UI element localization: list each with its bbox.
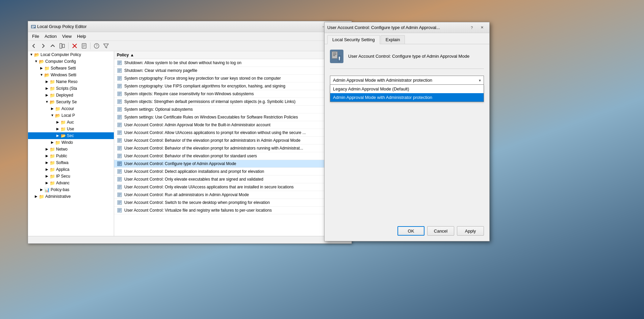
tree-panel: ▼ Local Computer Policy ▼ Computer Confi… bbox=[28, 51, 114, 243]
tree-item-userrights[interactable]: ▶ Use bbox=[28, 126, 114, 132]
tab-local-security-setting[interactable]: Local Security Setting bbox=[327, 35, 380, 44]
tree-item-account[interactable]: ▶ Accour bbox=[28, 105, 114, 112]
policy-row-12[interactable]: User Account Control: Behavior of the el… bbox=[114, 152, 352, 160]
up-button[interactable] bbox=[48, 42, 57, 50]
policy-icon-0 bbox=[117, 60, 122, 65]
policy-row-4[interactable]: System objects: Require case insensitivi… bbox=[114, 90, 352, 98]
dropdown-option-0[interactable]: Legacy Admin Approval Mode (Default) bbox=[330, 85, 484, 93]
tree-item-winfw[interactable]: ▶ Windo bbox=[28, 139, 114, 146]
tree-icon-winfw bbox=[55, 140, 60, 145]
policy-row-15[interactable]: User Account Control: Only elevate execu… bbox=[114, 176, 352, 183]
tree-expand-local-policies[interactable]: ▼ bbox=[50, 113, 55, 118]
tree-label-softwarerestrict: Softwa bbox=[56, 160, 69, 165]
tree-expand-ipsec[interactable]: ▶ bbox=[44, 174, 50, 179]
uac-help-button[interactable]: ? bbox=[467, 24, 476, 31]
policy-row-6[interactable]: System settings: Optional subsystems bbox=[114, 106, 352, 113]
tree-item-local-policies[interactable]: ▼ Local P bbox=[28, 112, 114, 119]
tree-item-root[interactable]: ▼ Local Computer Policy bbox=[28, 51, 114, 58]
tree-expand-deployed[interactable]: ▶ bbox=[44, 92, 50, 98]
tree-item-appcontrol[interactable]: ▶ Applica bbox=[28, 166, 114, 173]
tree-expand-security-options[interactable]: ▶ bbox=[55, 133, 60, 138]
policy-row-1[interactable]: Shutdown: Clear virtual memory pagefile bbox=[114, 67, 352, 75]
tree-item-deployed[interactable]: ▶ Deployed bbox=[28, 92, 114, 99]
tree-expand-userrights[interactable]: ▶ bbox=[55, 126, 60, 132]
tree-expand-account[interactable]: ▶ bbox=[50, 106, 55, 111]
tab-explain[interactable]: Explain bbox=[381, 35, 405, 44]
tree-item-policyqos[interactable]: ▶ 📊 Policy-bas bbox=[28, 186, 114, 193]
tree-item-admintemplates[interactable]: ▶ Administrative bbox=[28, 193, 114, 200]
delete-button[interactable] bbox=[70, 42, 79, 50]
dropdown-arrow-icon: ▼ bbox=[478, 78, 482, 82]
policy-row-2[interactable]: System cryptography: Force strong key pr… bbox=[114, 75, 352, 82]
tree-icon-namereso bbox=[50, 79, 55, 84]
menu-action[interactable]: Action bbox=[42, 33, 59, 40]
policy-row-14[interactable]: User Account Control: Detect application… bbox=[114, 168, 352, 176]
tree-expand-winfw[interactable]: ▶ bbox=[50, 140, 55, 145]
tree-item-software[interactable]: ▶ Software Setti bbox=[28, 65, 114, 72]
policy-row-13[interactable]: User Account Control: Configure type of … bbox=[114, 160, 352, 168]
tree-expand-pubkey[interactable]: ▶ bbox=[44, 153, 50, 159]
tree-expand-appcontrol[interactable]: ▶ bbox=[44, 167, 50, 172]
policy-text-0: Shutdown: Allow system to be shut down w… bbox=[124, 60, 241, 65]
tree-expand-advaudit[interactable]: ▶ bbox=[44, 180, 50, 186]
tree-item-network[interactable]: ▶ Netwo bbox=[28, 146, 114, 153]
properties-button[interactable] bbox=[80, 42, 88, 50]
tree-item-scripts[interactable]: ▶ Scripts (Sta bbox=[28, 85, 114, 92]
menu-view[interactable]: View bbox=[59, 33, 74, 40]
tree-expand-softwarerestrict[interactable]: ▶ bbox=[44, 160, 50, 165]
tree-item-pubkey[interactable]: ▶ Public bbox=[28, 153, 114, 159]
tree-expand-network[interactable]: ▶ bbox=[44, 147, 50, 152]
forward-button[interactable] bbox=[39, 42, 48, 50]
policy-row-7[interactable]: System settings: Use Certificate Rules o… bbox=[114, 113, 352, 121]
policy-row-10[interactable]: User Account Control: Behavior of the el… bbox=[114, 137, 352, 144]
dropdown-trigger[interactable]: Admin Approval Mode with Administrator p… bbox=[330, 76, 484, 85]
apply-button[interactable]: Apply bbox=[457, 226, 484, 236]
tree-item-security[interactable]: ▼ Security Se bbox=[28, 99, 114, 105]
tree-expand-admintemplates[interactable]: ▶ bbox=[33, 194, 39, 199]
help-button[interactable]: ? bbox=[92, 42, 101, 50]
tree-item-advaudit[interactable]: ▶ Advanc bbox=[28, 180, 114, 186]
tree-expand-scripts[interactable]: ▶ bbox=[44, 86, 50, 91]
toolbar: ? bbox=[28, 41, 352, 51]
tree-icon-appcontrol bbox=[50, 167, 55, 172]
tree-expand-computer[interactable]: ▼ bbox=[33, 59, 39, 64]
menu-help[interactable]: Help bbox=[74, 33, 89, 40]
tree-expand-namereso[interactable]: ▶ bbox=[44, 79, 50, 84]
policy-row-17[interactable]: User Account Control: Run all administra… bbox=[114, 191, 352, 199]
dropdown-selected-text: Admin Approval Mode with Administrator p… bbox=[333, 78, 432, 83]
policy-row-11[interactable]: User Account Control: Behavior of the el… bbox=[114, 144, 352, 152]
tree-expand-policyqos[interactable]: ▶ bbox=[39, 187, 44, 192]
lgpe-titlebar: Local Group Policy Editor ─ □ ✕ bbox=[28, 21, 352, 32]
ok-button[interactable]: OK bbox=[397, 226, 424, 236]
policy-row-3[interactable]: System cryptography: Use FIPS compliant … bbox=[114, 82, 352, 90]
tree-item-computer-config[interactable]: ▼ Computer Config bbox=[28, 58, 114, 65]
show-hide-button[interactable] bbox=[58, 42, 67, 50]
tree-item-audit[interactable]: ▶ Auc bbox=[28, 119, 114, 126]
tree-expand-windows[interactable]: ▼ bbox=[39, 72, 44, 78]
filter-button[interactable] bbox=[102, 42, 110, 50]
tree-icon-ipsec bbox=[50, 174, 55, 179]
policy-row-8[interactable]: User Account Control: Admin Approval Mod… bbox=[114, 121, 352, 129]
menu-file[interactable]: File bbox=[29, 33, 42, 40]
tree-expand-software[interactable]: ▶ bbox=[39, 65, 44, 71]
uac-close-button[interactable]: ✕ bbox=[477, 24, 487, 31]
tree-expand-root[interactable]: ▼ bbox=[29, 52, 34, 57]
tree-item-windows[interactable]: ▼ Windows Setti bbox=[28, 72, 114, 78]
policy-icon-1 bbox=[117, 68, 122, 73]
toolbar-separator-2 bbox=[90, 43, 91, 49]
dropdown-option-1[interactable]: Admin Approval Mode with Administrator p… bbox=[330, 93, 484, 102]
policy-row-9[interactable]: User Account Control: Allow UIAccess app… bbox=[114, 129, 352, 137]
policy-row-5[interactable]: System objects: Strengthen default permi… bbox=[114, 98, 352, 106]
policy-row-18[interactable]: User Account Control: Switch to the secu… bbox=[114, 199, 352, 207]
tree-expand-audit[interactable]: ▶ bbox=[55, 119, 60, 125]
cancel-button[interactable]: Cancel bbox=[427, 226, 454, 236]
back-button[interactable] bbox=[29, 42, 38, 50]
policy-row-0[interactable]: Shutdown: Allow system to be shut down w… bbox=[114, 59, 352, 67]
policy-row-16[interactable]: User Account Control: Only elevate UIAcc… bbox=[114, 183, 352, 191]
tree-item-namereso[interactable]: ▶ Name Reso bbox=[28, 78, 114, 85]
tree-item-ipsec[interactable]: ▶ IP Secu bbox=[28, 173, 114, 180]
tree-expand-security[interactable]: ▼ bbox=[44, 99, 50, 105]
policy-row-19[interactable]: User Account Control: Virtualize file an… bbox=[114, 207, 352, 214]
tree-item-security-options[interactable]: ▶ 📂 Sec bbox=[28, 132, 114, 139]
tree-item-softwarerestrict[interactable]: ▶ Softwa bbox=[28, 159, 114, 166]
